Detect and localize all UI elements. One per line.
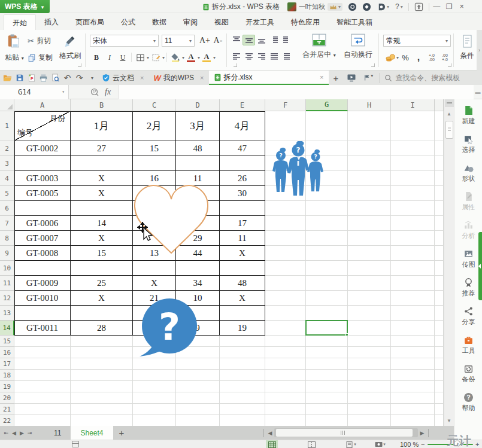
export-pdf-icon[interactable]: P (26, 73, 37, 83)
name-box[interactable]: G14▾ (0, 85, 69, 99)
cell-F7[interactable] (265, 216, 306, 231)
cell-G16[interactable] (306, 347, 348, 358)
cell-E9[interactable]: X (220, 246, 265, 261)
cell-I21[interactable] (391, 404, 435, 415)
row-header-21[interactable]: 21 (0, 404, 14, 415)
page-layout-view-button[interactable]: ▾ (345, 440, 357, 448)
cell-H4[interactable] (348, 171, 391, 186)
cell-B13[interactable] (71, 306, 133, 321)
cell-J4[interactable] (435, 171, 444, 186)
minimize-button[interactable]: — (432, 0, 442, 13)
cell-G6[interactable] (306, 201, 348, 216)
cell-J7[interactable] (435, 216, 444, 231)
cell-G13[interactable] (306, 306, 348, 321)
cell-B18[interactable] (71, 370, 133, 381)
cell-I14[interactable] (391, 321, 435, 336)
cell-F6[interactable] (265, 201, 306, 216)
cell-C17[interactable] (133, 358, 176, 370)
sidebar-item-新建[interactable]: 新建 (454, 105, 482, 126)
scroll-up-icon[interactable]: ▲ (444, 109, 454, 118)
cell-G1[interactable] (306, 111, 348, 141)
formula-bar-collapse[interactable]: ▬ (474, 89, 482, 95)
row-header-18[interactable]: 18 (0, 370, 14, 381)
cell-H16[interactable] (348, 347, 391, 358)
cell-C18[interactable] (133, 370, 176, 381)
decrease-indent-button[interactable] (268, 35, 280, 45)
cell-I3[interactable] (391, 156, 435, 171)
cell-A13[interactable] (14, 306, 71, 321)
cut-button[interactable]: ✂剪切 (28, 36, 51, 46)
split-handle[interactable] (445, 99, 454, 106)
row-header-20[interactable]: 20 (0, 392, 14, 404)
cell-F14[interactable] (265, 321, 306, 336)
cell-G15[interactable] (306, 336, 348, 347)
cell-E10[interactable] (220, 261, 265, 276)
cell-B11[interactable]: 25 (71, 276, 133, 291)
font-size-select[interactable]: 11▾ (162, 35, 195, 47)
cell-A1[interactable]: 月份编号 (14, 111, 71, 141)
menu-tab-数据[interactable]: 数据 (144, 14, 175, 30)
cell-H13[interactable] (348, 306, 391, 321)
cell-J8[interactable] (435, 231, 444, 246)
cell-B4[interactable]: X (71, 171, 133, 186)
cell-E21[interactable] (220, 404, 265, 415)
cell-F15[interactable] (265, 336, 306, 347)
cell-E1[interactable]: 4月 (220, 111, 265, 141)
cell-H12[interactable] (348, 291, 391, 306)
cell-E2[interactable]: 47 (220, 141, 265, 156)
cell-E7[interactable]: 17 (220, 216, 265, 231)
horizontal-scrollbar[interactable]: ◀ ▶ (262, 428, 431, 438)
user-avatar[interactable] (287, 2, 296, 11)
cell-H22[interactable] (348, 415, 391, 426)
cell-E11[interactable]: 48 (220, 276, 265, 291)
command-search-box[interactable]: 查找命令、搜索模板 (379, 73, 460, 83)
shrink-font-button[interactable]: A- (211, 35, 225, 47)
row-header-2[interactable]: 2 (0, 141, 14, 156)
scroll-down-icon[interactable]: ▼ (444, 416, 454, 425)
help-menu[interactable]: ? (395, 2, 399, 11)
cell-H15[interactable] (348, 336, 391, 347)
cell-H5[interactable] (348, 186, 391, 201)
cell-J11[interactable] (435, 276, 444, 291)
cell-J18[interactable] (435, 370, 444, 381)
menu-tab-公式[interactable]: 公式 (113, 14, 144, 30)
presentation-mode-icon[interactable] (347, 73, 356, 83)
cell-I7[interactable] (391, 216, 435, 231)
cell-E3[interactable] (220, 156, 265, 171)
cell-F10[interactable] (265, 261, 306, 276)
cell-J5[interactable] (435, 186, 444, 201)
cell-J14[interactable] (435, 321, 444, 336)
row-header-19[interactable]: 19 (0, 381, 14, 392)
cell-D22[interactable] (176, 415, 220, 426)
page-break-view-button[interactable] (305, 440, 317, 448)
align-left-button[interactable] (230, 51, 242, 62)
cell-G7[interactable] (306, 216, 348, 231)
cell-B20[interactable] (71, 392, 133, 404)
cell-J9[interactable] (435, 246, 444, 261)
cell-B12[interactable]: X (71, 291, 133, 306)
cell-I9[interactable] (391, 246, 435, 261)
cell-C19[interactable] (133, 381, 176, 392)
cell-B10[interactable] (71, 261, 133, 276)
cell-I18[interactable] (391, 370, 435, 381)
doc-tab-我的WPS[interactable]: W我的WPS× (148, 71, 208, 85)
column-header-partial[interactable] (435, 99, 444, 111)
cell-B8[interactable]: X (71, 231, 133, 246)
cell-A22[interactable] (14, 415, 71, 426)
cell-A21[interactable] (14, 404, 71, 415)
maximize-button[interactable]: ❐ (444, 0, 454, 13)
cell-J12[interactable] (435, 291, 444, 306)
last-sheet-button[interactable]: ⇥ (26, 430, 34, 436)
cell-J21[interactable] (435, 404, 444, 415)
redo-icon[interactable]: ↷ (74, 73, 84, 83)
column-header-C[interactable]: C (133, 99, 176, 111)
borders-button[interactable] (134, 51, 147, 63)
cell-B2[interactable]: 27 (71, 141, 133, 156)
sidebar-item-分享[interactable]: 分享 (454, 306, 482, 327)
cell-B3[interactable] (71, 156, 133, 171)
merge-center-button[interactable]: 合并居中 ▾ (299, 33, 339, 60)
cell-I5[interactable] (391, 186, 435, 201)
cell-A6[interactable] (14, 201, 71, 216)
cell-B9[interactable]: 15 (71, 246, 133, 261)
insert-function-icon[interactable] (90, 88, 99, 96)
